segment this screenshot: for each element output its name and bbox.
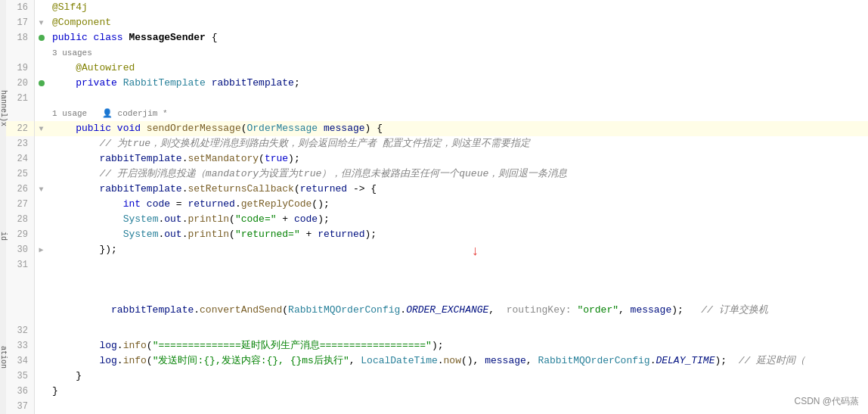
line-number-20: 20 — [6, 76, 35, 91]
line-number-usage2 — [6, 106, 35, 121]
fold-icon-26[interactable]: ▼ — [39, 185, 43, 194]
line-content-21 — [48, 91, 868, 106]
line-content-22: public void sendOrderMessage(OrderMessag… — [48, 121, 868, 136]
fold-icon-30[interactable]: ▶ — [39, 245, 43, 254]
breakpoint-dot-18[interactable] — [39, 35, 45, 41]
line-number-22: 22 — [6, 121, 35, 136]
line-marker-30: ▶ — [35, 242, 48, 257]
line-row: 37 — [6, 399, 868, 414]
line-marker-usage — [35, 45, 48, 61]
line-row: 35 } — [6, 369, 868, 384]
line-marker-26: ▼ — [35, 182, 48, 197]
line-content-usage: 3 usages — [48, 45, 868, 61]
line-content-36: } — [48, 384, 868, 399]
line-content-30: }); — [48, 242, 868, 257]
line-content-32 — [48, 323, 868, 338]
line-marker-28 — [35, 212, 48, 227]
line-row: 23 // 为true，则交换机处理消息到路由失败，则会返回给生产者 配置文件指… — [6, 136, 868, 151]
line-content-19: @Autowired — [48, 61, 868, 76]
line-number-30: 30 — [6, 242, 35, 257]
line-number-usage — [6, 45, 35, 61]
line-number-37: 37 — [6, 399, 35, 414]
line-row: 16 @Slf4j — [6, 0, 868, 15]
line-marker-37 — [35, 399, 48, 414]
line-marker-31 — [35, 257, 48, 323]
line-row: 33 log.info("==============延时队列生产消息=====… — [6, 338, 868, 353]
line-number-26: 26 — [6, 182, 35, 197]
line-marker-35 — [35, 369, 48, 384]
line-marker-22: ▼ — [35, 121, 48, 136]
line-number-17: 17 — [6, 15, 35, 30]
line-row: 19 @Autowired — [6, 61, 868, 76]
line-row: 21 — [6, 91, 868, 106]
editor-container: hannel)x id ation 16 @Slf4j 17 ▼ @Compon… — [0, 0, 868, 414]
line-row: 20 private RabbitTemplate rabbitTemplate… — [6, 76, 868, 91]
line-row: 30 ▶ }); — [6, 242, 868, 257]
line-content-usage2: 1 usage 👤 coderjim * — [48, 106, 868, 121]
line-content-33: log.info("==============延时队列生产消息========… — [48, 338, 868, 353]
line-content-18: public class MessageSender { — [48, 30, 868, 45]
line-marker-33 — [35, 338, 48, 353]
line-content-27: int code = returned.getReplyCode(); — [48, 197, 868, 212]
line-content-26: rabbitTemplate.setReturnsCallback(return… — [48, 182, 868, 197]
line-marker-21 — [35, 91, 48, 106]
line-marker-25 — [35, 167, 48, 182]
usage-row-2: 1 usage 👤 coderjim * — [6, 106, 868, 121]
line-row: 28 System.out.println("code=" + code); — [6, 212, 868, 227]
line-row: 26 ▼ rabbitTemplate.setReturnsCallback(r… — [6, 182, 868, 197]
left-label-id: id — [0, 232, 8, 241]
fold-icon-17[interactable]: ▼ — [39, 19, 43, 27]
line-number-16: 16 — [6, 0, 35, 15]
line-row-31: 31 ↓ rabbitTemplate.convertAndSend(Rabbi… — [6, 257, 868, 323]
line-content-28: System.out.println("code=" + code); — [48, 212, 868, 227]
line-content-37 — [48, 399, 868, 414]
fold-icon-22[interactable]: ▼ — [39, 125, 43, 133]
line-row: 24 rabbitTemplate.setMandatory(true); — [6, 151, 868, 167]
line-row: 25 // 开启强制消息投递（mandatory为设置为true），但消息未被路… — [6, 167, 868, 182]
line-marker-27 — [35, 197, 48, 212]
line-content-20: private RabbitTemplate rabbitTemplate; — [48, 76, 868, 91]
line-content-25: // 开启强制消息投递（mandatory为设置为true），但消息未被路由至任… — [48, 167, 868, 182]
line-marker-29 — [35, 227, 48, 242]
line-marker-18 — [35, 30, 48, 45]
line-content-24: rabbitTemplate.setMandatory(true); — [48, 151, 868, 167]
line-number-29: 29 — [6, 227, 35, 242]
line-number-34: 34 — [6, 353, 35, 369]
usage-row: 3 usages — [6, 45, 868, 61]
line-number-33: 33 — [6, 338, 35, 353]
line-row: 29 System.out.println("returned=" + retu… — [6, 227, 868, 242]
line-number-21: 21 — [6, 91, 35, 106]
line-marker-32 — [35, 323, 48, 338]
line-number-28: 28 — [6, 212, 35, 227]
line-number-25: 25 — [6, 167, 35, 182]
line-content-34: log.info("发送时间:{},发送内容:{}, {}ms后执行", Loc… — [48, 353, 868, 369]
line-marker-19 — [35, 61, 48, 76]
line-number-19: 19 — [6, 61, 35, 76]
line-marker-usage2 — [35, 106, 48, 121]
line-marker-16 — [35, 0, 48, 15]
line-content-23: // 为true，则交换机处理消息到路由失败，则会返回给生产者 配置文件指定，则… — [48, 136, 868, 151]
line-content-17: @Component — [48, 15, 868, 30]
watermark: CSDN @代码蒸 — [794, 395, 859, 408]
left-label-ation: ation — [0, 346, 8, 369]
left-sidebar: hannel)x id ation — [0, 0, 6, 414]
line-content-16: @Slf4j — [48, 0, 868, 15]
line-marker-34 — [35, 353, 48, 369]
line-row: 32 — [6, 323, 868, 338]
code-editor: 16 @Slf4j 17 ▼ @Component 18 public clas… — [6, 0, 868, 414]
line-content-29: System.out.println("returned=" + returne… — [48, 227, 868, 242]
line-row-highlighted: 22 ▼ public void sendOrderMessage(OrderM… — [6, 121, 868, 136]
line-number-35: 35 — [6, 369, 35, 384]
line-number-32: 32 — [6, 323, 35, 338]
line-row: 34 log.info("发送时间:{},发送内容:{}, {}ms后执行", … — [6, 353, 868, 369]
left-label-channel: hannel)x — [0, 90, 8, 126]
lines-wrapper: 16 @Slf4j 17 ▼ @Component 18 public clas… — [6, 0, 868, 414]
line-marker-20 — [35, 76, 48, 91]
line-content-31: ↓ rabbitTemplate.convertAndSend(RabbitMQ… — [48, 257, 868, 323]
breakpoint-dot-20[interactable] — [39, 80, 45, 86]
line-row: 17 ▼ @Component — [6, 15, 868, 30]
line-marker-23 — [35, 136, 48, 151]
line-number-27: 27 — [6, 197, 35, 212]
line-row: 36 } — [6, 384, 868, 399]
line-row: 18 public class MessageSender { — [6, 30, 868, 45]
